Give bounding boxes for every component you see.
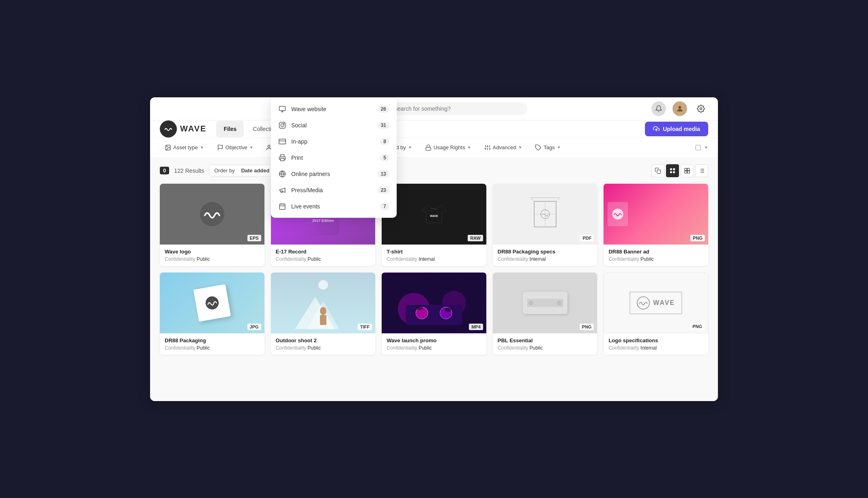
svg-point-76 [281, 124, 284, 127]
select-all-checkbox[interactable] [695, 145, 701, 150]
lock-icon [425, 144, 432, 151]
results-count: 122 Results [174, 167, 204, 174]
dropdown-item-count: 13 [378, 170, 389, 178]
list-view-button[interactable] [695, 164, 708, 177]
dropdown-item-count: 23 [378, 187, 389, 194]
svg-rect-33 [670, 171, 672, 173]
svg-point-71 [637, 296, 649, 309]
asset-confidentiality: Confidentiality Internal [608, 345, 703, 351]
selected-count: 0 [160, 167, 169, 174]
svg-rect-35 [685, 168, 687, 170]
asset-name: E-17 Record [276, 249, 371, 255]
dropdown-item-live-events[interactable]: Live events 7 [271, 198, 397, 215]
asset-thumbnail: WAVE PNG [604, 273, 708, 333]
asset-card[interactable]: WAVE RAW T-shirt Confidentiality Interna… [382, 184, 486, 266]
asset-card[interactable]: PNG DR88 Banner ad Confidentiality Publi… [604, 184, 708, 266]
filter-advanced[interactable]: Advanced ▼ [479, 142, 527, 153]
asset-card[interactable]: MP4 Wave launch promo Confidentiality Pu… [382, 273, 486, 355]
svg-rect-83 [279, 204, 285, 210]
nav-tab-files[interactable]: Files [216, 121, 244, 137]
dropdown-item-label: Print [291, 155, 375, 161]
dropdown-item-press-media[interactable]: Press/Media 23 [271, 182, 397, 198]
svg-rect-72 [279, 106, 286, 111]
asset-thumbnail: TIFF [271, 273, 376, 333]
large-grid-view-button[interactable] [681, 164, 694, 177]
image-icon [165, 144, 171, 151]
svg-rect-13 [426, 147, 431, 150]
megaphone-icon [278, 186, 286, 194]
format-badge: TIFF [358, 324, 372, 330]
settings-button[interactable] [694, 101, 708, 116]
results-bar: 0 122 Results Order by Date added ▼ [160, 164, 708, 177]
channel-dropdown[interactable]: Wave website 26 Social 31 In-app [271, 98, 397, 218]
svg-point-69 [417, 306, 423, 310]
asset-info: T-shirt Confidentiality Internal [382, 245, 486, 266]
asset-name: Logo specifications [608, 337, 703, 343]
dropdown-item-count: 7 [380, 203, 389, 210]
dropdown-item-label: Press/Media [291, 187, 373, 193]
svg-point-61 [320, 307, 326, 315]
large-grid-icon [684, 167, 690, 174]
tshirt-visual: WAVE [420, 200, 448, 228]
copy-button[interactable] [651, 164, 664, 177]
notification-button[interactable] [651, 101, 666, 116]
dropdown-item-count: 26 [378, 105, 389, 113]
asset-card[interactable]: PDF DR88 Packaging specs Confidentiality… [493, 184, 597, 266]
asset-name: Wave logo [165, 249, 260, 255]
profile-icon [676, 105, 684, 113]
gear-icon [697, 105, 705, 113]
list-icon [698, 167, 705, 174]
format-badge: PNG [580, 324, 594, 330]
dropdown-item-count: 8 [380, 138, 389, 145]
filter-usage-rights[interactable]: Usage Rights ▼ [420, 142, 476, 153]
svg-rect-37 [685, 171, 687, 173]
svg-point-45 [200, 202, 224, 226]
svg-line-51 [531, 197, 534, 201]
asset-name: DR88 Packaging [165, 337, 260, 343]
asset-name: Outdoor shoot 2 [276, 337, 371, 343]
filter-tags[interactable]: Tags ▼ [530, 142, 565, 153]
dropdown-item-print[interactable]: Print 5 [271, 150, 397, 166]
top-bar [150, 97, 718, 120]
asset-name: Wave launch promo [387, 337, 481, 343]
asset-thumbnail: EPS [160, 184, 264, 245]
logo-text: WAVE [180, 124, 206, 133]
svg-text:WAVE: WAVE [430, 215, 438, 217]
instagram-icon [278, 121, 286, 129]
format-badge: PNG [690, 323, 705, 330]
asset-card[interactable]: EPS Wave logo Confidentiality Public [160, 184, 264, 266]
svg-rect-32 [673, 168, 675, 170]
profile-button[interactable] [672, 101, 687, 116]
asset-grid: EPS Wave logo Confidentiality Public 201… [160, 184, 708, 355]
upload-button[interactable]: Upload media [645, 122, 708, 136]
asset-card[interactable]: WAVE PNG Logo specifications Confidentia… [604, 273, 708, 355]
wave-logo-icon [163, 123, 174, 135]
dropdown-item-online-partners[interactable]: Online partners 13 [271, 166, 397, 182]
filter-asset-type[interactable]: Asset type ▼ [160, 142, 209, 153]
dropdown-item-inapp[interactable]: In-app 8 [271, 133, 397, 150]
svg-rect-80 [281, 158, 284, 161]
asset-card[interactable]: PNG PBL Essential Confidentiality Public [493, 273, 597, 355]
main-content: 0 122 Results Order by Date added ▼ [150, 158, 718, 401]
upload-icon [653, 126, 660, 132]
dropdown-item-label: In-app [291, 138, 375, 145]
asset-confidentiality: Confidentiality Public [608, 256, 703, 262]
calendar-icon [278, 202, 286, 210]
filter-objective[interactable]: Objective ▼ [212, 142, 258, 153]
grid-view-button[interactable] [666, 164, 679, 177]
asset-card[interactable]: JPG DR88 Packaging Confidentiality Publi… [160, 273, 264, 355]
logo: WAVE [160, 120, 206, 137]
dropdown-item-label: Live events [291, 203, 375, 210]
asset-info: Logo specifications Confidentiality Inte… [604, 333, 708, 355]
flag-icon [217, 144, 223, 151]
asset-info: DR88 Packaging Confidentiality Public [160, 333, 264, 355]
svg-point-2 [679, 106, 681, 109]
svg-rect-34 [673, 171, 675, 173]
dropdown-item-social[interactable]: Social 31 [271, 117, 397, 133]
asset-info: DR88 Packaging specs Confidentiality Int… [493, 245, 597, 266]
asset-thumbnail: PNG [493, 273, 597, 333]
asset-confidentiality: Confidentiality Internal [498, 256, 593, 262]
asset-card[interactable]: TIFF Outdoor shoot 2 Confidentiality Pub… [271, 273, 376, 355]
asset-name: DR88 Packaging specs [498, 249, 593, 255]
dropdown-item-wave-website[interactable]: Wave website 26 [271, 101, 397, 117]
